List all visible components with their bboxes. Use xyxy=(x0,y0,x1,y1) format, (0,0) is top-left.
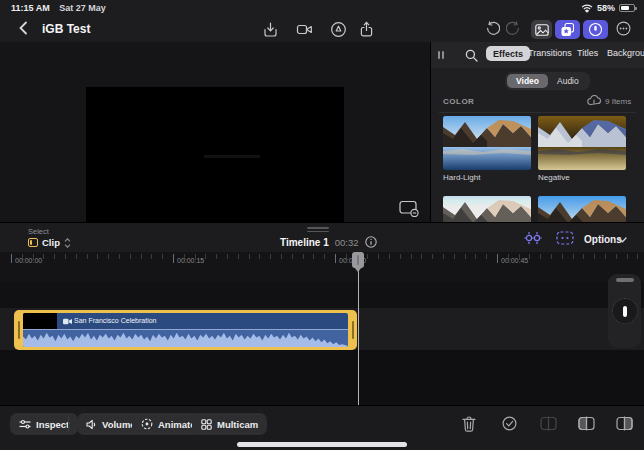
timeline-toolbar: Select Clip Timeline 1 00:32 xyxy=(0,222,644,252)
effect-label-hard-light: Hard-Light xyxy=(443,173,480,182)
timeline-drag-handle[interactable] xyxy=(307,227,329,234)
status-date: Sat 27 May xyxy=(59,3,106,13)
effect-thumb-negative[interactable] xyxy=(538,116,626,170)
tab-effects[interactable]: Effects xyxy=(486,46,530,61)
jog-wheel-toggle-button[interactable] xyxy=(583,20,608,39)
viewer-display-toggle-button[interactable] xyxy=(399,200,419,217)
toolbar-divider xyxy=(68,416,69,432)
media-type-segmented-control: Video Audio xyxy=(505,72,590,90)
clip-video-strip: San Francisco Celebration xyxy=(23,313,348,329)
faint-frame-text xyxy=(204,155,260,158)
viewer-pane: 00:00:32:11 25% xyxy=(0,42,430,222)
browser-header: Effects Transitions Titles Backgrounds xyxy=(431,42,644,68)
bottom-toolbar: Inspect Volume Animate Multicam xyxy=(0,405,644,450)
playhead-line xyxy=(358,252,359,405)
ruler-label-15: 00:00:15 xyxy=(173,254,204,261)
search-icon[interactable] xyxy=(465,49,478,62)
jog-wheel-indicator xyxy=(623,306,628,317)
up-down-chevron-icon xyxy=(64,238,71,248)
panel-drag-handle[interactable] xyxy=(438,51,444,59)
share-button[interactable] xyxy=(358,21,375,38)
wifi-icon xyxy=(581,4,593,13)
section-divider xyxy=(439,112,636,113)
undo-button[interactable] xyxy=(485,21,500,36)
options-button[interactable]: Options xyxy=(584,234,622,245)
items-count: 9 Items xyxy=(605,97,631,106)
tab-backgrounds[interactable]: Backgrounds xyxy=(607,48,644,58)
trim-end-button[interactable] xyxy=(616,416,633,431)
clip-mode-selector[interactable]: Clip xyxy=(28,237,71,248)
home-indicator[interactable] xyxy=(237,442,407,447)
timeline-ruler[interactable]: 00:00:00 00:00:15 00:00:30 00:00:45 xyxy=(0,252,644,282)
split-clip-button[interactable] xyxy=(540,416,557,431)
media-library-button[interactable] xyxy=(531,20,552,39)
effect-label-negative: Negative xyxy=(538,173,570,182)
clip-thumbnail xyxy=(23,313,57,329)
content-browser-button[interactable] xyxy=(555,20,580,39)
timeline-duration: 00:32 xyxy=(335,237,359,248)
video-frame[interactable] xyxy=(86,87,344,231)
ruler-ticks xyxy=(11,254,644,259)
status-left: 11:15 AM Sat 27 May xyxy=(11,3,106,13)
effect-thumb-row2-left[interactable] xyxy=(443,196,531,222)
tab-titles[interactable]: Titles xyxy=(577,48,598,58)
effect-thumb-row2-right[interactable] xyxy=(538,196,626,222)
timeline-title: Timeline 1 xyxy=(280,237,329,248)
status-right: 58% xyxy=(581,3,635,13)
color-section-header: COLOR 9 Items xyxy=(431,94,644,110)
app-screen: 11:15 AM Sat 27 May 58% iGB Test xyxy=(0,0,644,450)
grid-icon xyxy=(201,419,212,430)
select-label: Select xyxy=(28,227,49,236)
section-title: COLOR xyxy=(443,97,474,106)
back-button[interactable] xyxy=(18,21,28,35)
jog-wheel-dial[interactable] xyxy=(612,298,638,324)
playhead-handle[interactable] xyxy=(352,252,364,268)
speaker-icon xyxy=(86,419,97,430)
cloud-download-icon xyxy=(587,95,601,106)
jog-wheel-panel[interactable] xyxy=(608,274,641,348)
timeline-lower-area xyxy=(0,350,644,405)
segment-video[interactable]: Video xyxy=(507,74,548,88)
timeline-title-group: Timeline 1 00:32 xyxy=(280,236,377,248)
effect-thumb-hard-light[interactable] xyxy=(443,116,531,170)
top-bar: 11:15 AM Sat 27 May 58% iGB Test xyxy=(0,0,644,42)
import-button[interactable] xyxy=(262,21,279,38)
pencil-tools-button[interactable] xyxy=(330,21,347,38)
jog-panel-handle[interactable] xyxy=(616,278,634,282)
clip-appearance-icon[interactable] xyxy=(556,231,574,245)
browser-panel: Effects Transitions Titles Backgrounds V… xyxy=(431,42,644,222)
more-button[interactable] xyxy=(616,21,631,36)
ruler-label-0: 00:00:00 xyxy=(11,254,42,261)
camera-button[interactable] xyxy=(296,21,313,38)
redo-button[interactable] xyxy=(506,21,521,36)
clip-content: San Francisco Celebration xyxy=(23,313,348,347)
project-title: iGB Test xyxy=(42,22,90,36)
delete-button[interactable] xyxy=(462,416,476,432)
clip-name: San Francisco Celebration xyxy=(74,317,157,324)
battery-percent: 58% xyxy=(597,3,615,13)
info-icon[interactable] xyxy=(365,236,377,248)
trim-start-button[interactable] xyxy=(578,416,595,431)
timeline-upper-area xyxy=(0,282,644,308)
timeline-clip-selected[interactable]: San Francisco Celebration xyxy=(14,310,357,350)
video-camera-icon xyxy=(63,318,72,325)
clip-waveform xyxy=(23,329,348,347)
segment-audio[interactable]: Audio xyxy=(548,74,588,88)
clip-connections-icon[interactable] xyxy=(524,231,542,245)
multicam-button[interactable]: Multicam xyxy=(192,413,267,435)
ruler-label-45: 00:00:45 xyxy=(497,254,528,261)
tab-transitions[interactable]: Transitions xyxy=(528,48,572,58)
sliders-icon xyxy=(19,419,31,429)
chevron-down-icon xyxy=(618,237,627,243)
status-time: 11:15 AM xyxy=(11,3,50,13)
battery-icon xyxy=(619,4,635,12)
clip-mode-label: Clip xyxy=(42,237,60,248)
approve-button[interactable] xyxy=(502,416,517,431)
animate-icon xyxy=(141,418,153,430)
clip-icon xyxy=(28,238,38,247)
